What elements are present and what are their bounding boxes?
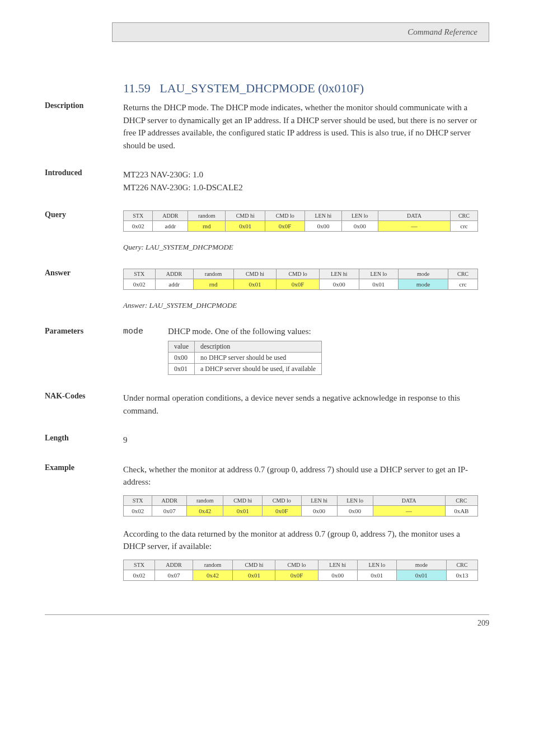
length-value: 9 xyxy=(123,434,478,447)
answer-table: STX ADDR random CMD hi CMD lo LEN hi LEN… xyxy=(123,269,478,290)
param-desc: DHCP mode. One of the following values: xyxy=(168,327,478,336)
th: CMD hi xyxy=(233,560,275,570)
td: crc xyxy=(448,279,478,290)
table-row: 0x01 a DHCP server should be used, if av… xyxy=(168,364,322,375)
label-parameters: Parameters xyxy=(45,327,118,336)
td: 0x00 xyxy=(301,505,337,516)
th: random xyxy=(193,269,233,279)
td: 0x0F xyxy=(277,279,320,290)
page-header: Command Reference xyxy=(112,22,489,42)
introduced-line-2: MT226 NAV-230G: 1.0-DSCALE2 xyxy=(123,181,478,194)
td: 0x07 xyxy=(152,505,187,516)
td: 0x01 xyxy=(223,505,263,516)
label-answer: Answer xyxy=(45,269,118,278)
th: CMD lo xyxy=(277,269,320,279)
th: LEN hi xyxy=(319,269,359,279)
th: DATA xyxy=(373,495,445,505)
query-caption: Query: LAU_SYSTEM_DHCPMODE xyxy=(123,243,478,252)
th: CRC xyxy=(445,495,477,505)
td: a DHCP server should be used, if availab… xyxy=(195,364,322,375)
th: ADDR xyxy=(153,211,188,221)
th: value xyxy=(168,341,195,353)
th: LEN lo xyxy=(337,495,373,505)
th: ADDR xyxy=(152,495,187,505)
table-row: 0x02 addr rnd 0x01 0x0F 0x00 0x00 — crc xyxy=(124,221,478,232)
th: LEN lo xyxy=(341,211,378,221)
td: 0x01 xyxy=(357,570,396,580)
th: LEN hi xyxy=(305,211,341,221)
td: — xyxy=(378,221,450,232)
th: STX xyxy=(124,269,156,279)
td: — xyxy=(373,505,445,516)
th: mode xyxy=(399,269,448,279)
td: 0x00 xyxy=(319,279,359,290)
td: 0x00 xyxy=(337,505,373,516)
label-introduced: Introduced xyxy=(45,168,118,177)
td: 0x13 xyxy=(446,570,477,580)
page-number: 209 xyxy=(45,619,489,628)
th: CRC xyxy=(446,560,477,570)
td: 0x00 xyxy=(341,221,378,232)
th: LEN lo xyxy=(357,560,396,570)
td: 0x07 xyxy=(155,570,193,580)
header-title: Command Reference xyxy=(407,27,477,36)
param-table: value description 0x00 no DHCP server sh… xyxy=(168,341,322,375)
td: 0x01 xyxy=(226,221,265,232)
label-description: Description xyxy=(45,101,118,110)
table-row: 0x02 0x07 0x42 0x01 0x0F 0x00 0x00 — 0xA… xyxy=(124,505,478,516)
nak-text: Under normal operation conditions, a dev… xyxy=(123,392,478,417)
th: random xyxy=(188,211,226,221)
example-query-table: STX ADDR random CMD hi CMD lo LEN hi LEN… xyxy=(123,495,478,516)
th: ADDR xyxy=(155,269,193,279)
example-answer-table: STX ADDR random CMD hi CMD lo LEN hi LEN… xyxy=(123,560,478,581)
td: 0x00 xyxy=(168,353,195,364)
td: 0x02 xyxy=(124,570,155,580)
td: 0x01 xyxy=(233,279,277,290)
th: CMD lo xyxy=(262,495,301,505)
td: rnd xyxy=(188,221,226,232)
td: mode xyxy=(399,279,448,290)
td: 0x01 xyxy=(396,570,446,580)
th: LEN hi xyxy=(318,560,357,570)
query-table: STX ADDR random CMD hi CMD lo LEN hi LEN… xyxy=(123,210,478,232)
td: addr xyxy=(153,221,188,232)
th: STX xyxy=(124,495,152,505)
td: 0x01 xyxy=(168,364,195,375)
td: 0x0F xyxy=(265,221,305,232)
table-row: 0x02 addr rnd 0x01 0x0F 0x00 0x01 mode c… xyxy=(124,279,478,290)
th: ADDR xyxy=(155,560,193,570)
td: 0x02 xyxy=(124,505,152,516)
td: 0x0F xyxy=(262,505,301,516)
th: description xyxy=(195,341,322,353)
td: 0x02 xyxy=(124,279,156,290)
footer-rule xyxy=(45,614,489,615)
section-name: LAU_SYSTEM_DHCPMODE (0x010F) xyxy=(160,81,364,95)
section-number: 11.59 xyxy=(123,81,151,95)
td: 0x01 xyxy=(233,570,275,580)
th: CMD hi xyxy=(223,495,263,505)
answer-caption: Answer: LAU_SYSTEM_DHCPMODE xyxy=(123,301,478,310)
example-intro: Check, whether the monitor at address 0.… xyxy=(123,463,478,489)
label-query: Query xyxy=(45,210,118,219)
td: addr xyxy=(155,279,193,290)
td: 0x0F xyxy=(275,570,318,580)
th: random xyxy=(187,495,223,505)
th: random xyxy=(193,560,233,570)
td: 0x42 xyxy=(187,505,223,516)
th: CMD hi xyxy=(233,269,277,279)
param-name: mode xyxy=(123,327,168,336)
th: CMD hi xyxy=(226,211,265,221)
table-row: 0x00 no DHCP server should be used xyxy=(168,353,322,364)
td: 0x00 xyxy=(305,221,341,232)
th: LEN lo xyxy=(359,269,399,279)
th: CRC xyxy=(448,269,478,279)
label-example: Example xyxy=(45,463,118,472)
example-mid: According to the data returned by the mo… xyxy=(123,528,478,553)
td: 0x00 xyxy=(318,570,357,580)
label-nak: NAK-Codes xyxy=(45,392,118,401)
th: CMD lo xyxy=(265,211,305,221)
page-title: 11.59 LAU_SYSTEM_DHCPMODE (0x010F) xyxy=(123,81,478,96)
th: mode xyxy=(396,560,446,570)
td: 0x01 xyxy=(359,279,399,290)
td: crc xyxy=(450,221,477,232)
